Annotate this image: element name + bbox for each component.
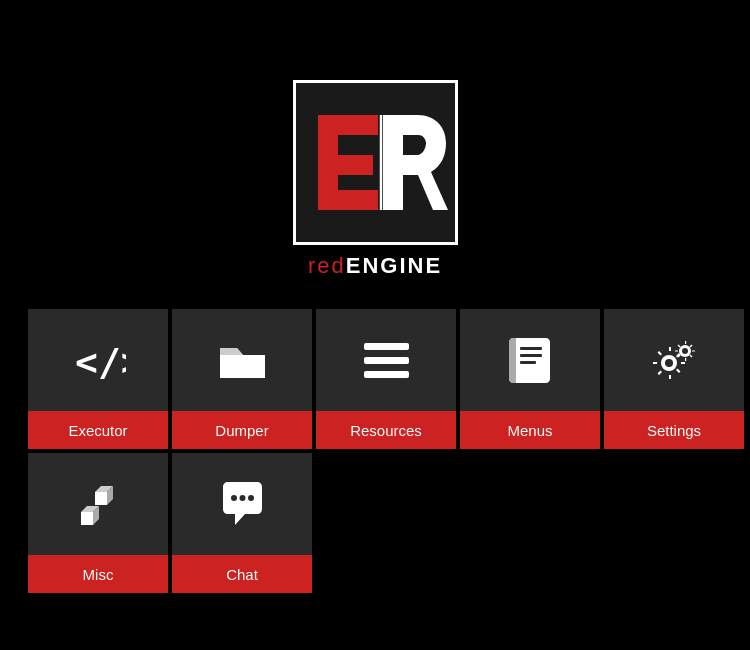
svg-point-10 <box>665 359 673 367</box>
grid-container: </> Executor Dumper <box>28 309 744 593</box>
svg-marker-13 <box>81 512 93 525</box>
misc-label: Misc <box>28 555 168 593</box>
executor-button[interactable]: </> Executor <box>28 309 168 449</box>
list-icon <box>359 333 414 388</box>
menus-icon-area <box>460 309 600 411</box>
svg-point-19 <box>231 495 237 501</box>
settings-button[interactable]: Settings <box>604 309 744 449</box>
svg-rect-3 <box>364 343 409 350</box>
svg-rect-7 <box>520 354 542 357</box>
settings-label: Settings <box>604 411 744 449</box>
blocks-icon <box>71 477 126 532</box>
misc-icon-area <box>28 453 168 555</box>
grid-row-2: Misc Chat <box>28 453 744 593</box>
executor-label: Executor <box>28 411 168 449</box>
chat-bubble-icon <box>215 477 270 532</box>
folder-icon <box>215 333 270 388</box>
settings-icon-area <box>604 309 744 411</box>
logo-text: redENGINE <box>308 253 442 279</box>
chat-label: Chat <box>172 555 312 593</box>
resources-button[interactable]: Resources <box>316 309 456 449</box>
svg-point-20 <box>239 495 245 501</box>
svg-marker-16 <box>95 492 107 505</box>
grid-row-1: </> Executor Dumper <box>28 309 744 449</box>
svg-rect-8 <box>520 361 536 364</box>
resources-label: Resources <box>316 411 456 449</box>
svg-text:</>: </> <box>75 340 126 384</box>
dumper-label: Dumper <box>172 411 312 449</box>
svg-rect-6 <box>520 347 542 350</box>
misc-button[interactable]: Misc <box>28 453 168 593</box>
gear-icon <box>647 333 702 388</box>
executor-icon-area: </> <box>28 309 168 411</box>
svg-rect-4 <box>364 357 409 364</box>
chat-icon-area <box>172 453 312 555</box>
dumper-icon-area <box>172 309 312 411</box>
code-icon: </> <box>71 333 126 388</box>
menus-button[interactable]: Menus <box>460 309 600 449</box>
book-icon <box>503 333 558 388</box>
svg-rect-5 <box>364 371 409 378</box>
dumper-button[interactable]: Dumper <box>172 309 312 449</box>
svg-marker-0 <box>318 115 378 210</box>
svg-point-21 <box>248 495 254 501</box>
menus-label: Menus <box>460 411 600 449</box>
logo-container: redENGINE <box>293 80 458 279</box>
svg-point-12 <box>682 348 688 354</box>
chat-button[interactable]: Chat <box>172 453 312 593</box>
logo-box <box>293 80 458 245</box>
resources-icon-area <box>316 309 456 411</box>
